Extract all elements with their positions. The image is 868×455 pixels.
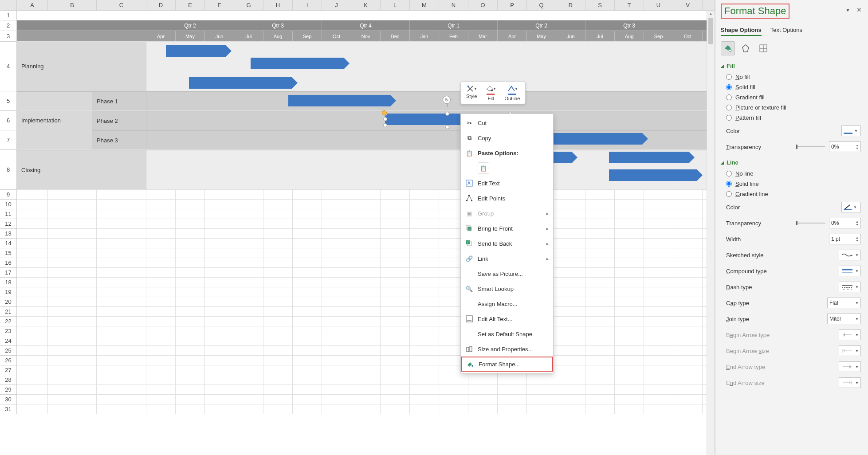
row-header-16[interactable]: 16 [0, 258, 17, 268]
row-header-26[interactable]: 26 [0, 356, 17, 365]
row-header-25[interactable]: 25 [0, 346, 17, 356]
row-header-27[interactable]: 27 [0, 365, 17, 375]
column-header-U[interactable]: U [644, 0, 673, 10]
column-header-K[interactable]: K [351, 0, 381, 10]
tab-text-options[interactable]: Text Options [770, 27, 802, 36]
column-header-B[interactable]: B [48, 0, 97, 10]
fill-option[interactable]: No fill [721, 74, 863, 80]
select-all-corner[interactable] [0, 0, 17, 10]
column-header-A[interactable]: A [17, 0, 48, 10]
row-header-3[interactable]: 3 [0, 31, 17, 42]
sketched-style-dropdown[interactable]: ▼ [839, 250, 861, 260]
dash-type-dropdown[interactable]: ▼ [839, 282, 861, 292]
ctx-copy[interactable]: ⧉Copy [461, 130, 553, 145]
row-header-30[interactable]: 30 [0, 395, 17, 404]
ctx-size-props[interactable]: Size and Properties... [461, 341, 553, 357]
mini-outline-button[interactable]: ▾ Outline [502, 84, 522, 102]
row-header-31[interactable]: 31 [0, 404, 17, 414]
ctx-link[interactable]: 🔗Link▸ [461, 251, 553, 266]
line-width-input[interactable]: 1 pt▲▼ [829, 234, 861, 244]
row-header-21[interactable]: 21 [0, 307, 17, 317]
section-line[interactable]: ◢Line [721, 159, 863, 166]
mini-fill-button[interactable]: ▾ Fill [483, 84, 498, 102]
column-header-C[interactable]: C [97, 0, 146, 10]
column-header-T[interactable]: T [615, 0, 644, 10]
row-header-24[interactable]: 24 [0, 336, 17, 346]
gantt-bar-planning-1[interactable] [166, 45, 226, 57]
line-transparency-slider[interactable] [796, 223, 825, 224]
column-header-R[interactable]: R [556, 0, 585, 10]
row-header-29[interactable]: 29 [0, 385, 17, 395]
column-header-H[interactable]: H [263, 0, 293, 10]
ctx-assign-macro[interactable]: Assign Macro... [461, 296, 553, 311]
paste-button[interactable]: 📋 [478, 162, 489, 174]
column-header-V[interactable]: V [673, 0, 703, 10]
row-header-12[interactable]: 12 [0, 219, 17, 229]
row-header-19[interactable]: 19 [0, 287, 17, 297]
row-header-28[interactable]: 28 [0, 375, 17, 385]
effects-tab-icon[interactable] [738, 41, 753, 55]
fill-option[interactable]: Picture or texture fill [721, 104, 863, 111]
cap-type-dropdown[interactable]: Flat▼ [827, 298, 861, 308]
row-header-4[interactable]: 4 [0, 42, 17, 91]
column-header-P[interactable]: P [498, 0, 527, 10]
fill-option[interactable]: Solid fill [721, 84, 863, 90]
ctx-cut[interactable]: ✂Cut [461, 115, 553, 130]
row-header-23[interactable]: 23 [0, 326, 17, 336]
line-color-dropdown[interactable]: ▼ [841, 202, 861, 212]
tab-shape-options[interactable]: Shape Options [721, 27, 762, 36]
gantt-bar-phase1[interactable] [288, 95, 390, 106]
gantt-bar-closing-2[interactable] [609, 152, 689, 163]
compound-type-dropdown[interactable]: ▼ [839, 266, 861, 276]
row-header-15[interactable]: 15 [0, 248, 17, 258]
column-header-F[interactable]: F [205, 0, 234, 10]
section-fill[interactable]: ◢Fill [721, 63, 863, 69]
column-header-I[interactable]: I [293, 0, 322, 10]
rotate-handle[interactable]: ↻ [443, 96, 451, 104]
fill-color-dropdown[interactable]: ▼ [841, 126, 861, 136]
ctx-edit-points[interactable]: Edit Points [461, 191, 553, 206]
ctx-smart-lookup[interactable]: 🔍Smart Lookup [461, 281, 553, 296]
ctx-save-pic[interactable]: Save as Picture... [461, 266, 553, 281]
size-props-tab-icon[interactable] [756, 41, 770, 55]
row-header-13[interactable]: 13 [0, 229, 17, 239]
column-header-J[interactable]: J [322, 0, 351, 10]
row-header-7[interactable]: 7 [0, 130, 17, 150]
row-header-9[interactable]: 9 [0, 190, 17, 200]
vertical-scrollbar[interactable]: ▲ [707, 11, 715, 455]
column-header-M[interactable]: M [410, 0, 439, 10]
close-icon[interactable]: ✕ [856, 6, 862, 13]
line-option[interactable]: No line [721, 170, 863, 177]
ctx-alt-text[interactable]: Edit Alt Text... [461, 311, 553, 326]
grid-cells[interactable]: Qtr 2Qtr 3Qtr 4Qtr 1Qtr 2Qtr 3 AprMayJun… [17, 11, 715, 414]
fill-transparency-slider[interactable] [796, 146, 825, 147]
fill-option[interactable]: Gradient fill [721, 94, 863, 101]
row-header-17[interactable]: 17 [0, 268, 17, 278]
mini-style-button[interactable]: ▾ Style [463, 84, 479, 102]
row-header-8[interactable]: 8 [0, 150, 17, 190]
fill-line-tab-icon[interactable] [721, 41, 735, 55]
row-header-14[interactable]: 14 [0, 239, 17, 248]
row-header-1[interactable]: 1 [0, 11, 17, 20]
ctx-bring-front[interactable]: Bring to Front▸ [461, 221, 553, 236]
ctx-send-back[interactable]: Send to Back▸ [461, 236, 553, 251]
row-header-22[interactable]: 22 [0, 317, 17, 326]
fill-transparency-input[interactable]: 0%▲▼ [829, 141, 861, 152]
gantt-bar-closing-3[interactable] [609, 169, 697, 181]
line-option[interactable]: Solid line [721, 180, 863, 187]
ctx-format-shape[interactable]: Format Shape... [461, 357, 553, 372]
fill-option[interactable]: Pattern fill [721, 114, 863, 121]
column-header-L[interactable]: L [381, 0, 410, 10]
column-header-O[interactable]: O [468, 0, 498, 10]
row-header-11[interactable]: 11 [0, 209, 17, 219]
column-header-E[interactable]: E [176, 0, 205, 10]
row-header-2[interactable]: 2 [0, 20, 17, 31]
line-option[interactable]: Gradient line [721, 191, 863, 197]
row-header-20[interactable]: 20 [0, 297, 17, 307]
row-header-10[interactable]: 10 [0, 200, 17, 209]
column-header-D[interactable]: D [146, 0, 176, 10]
gantt-bar-planning-3[interactable] [189, 77, 292, 89]
row-header-18[interactable]: 18 [0, 278, 17, 287]
panel-options-icon[interactable]: ▾ [846, 6, 849, 13]
row-header-5[interactable]: 5 [0, 91, 17, 111]
